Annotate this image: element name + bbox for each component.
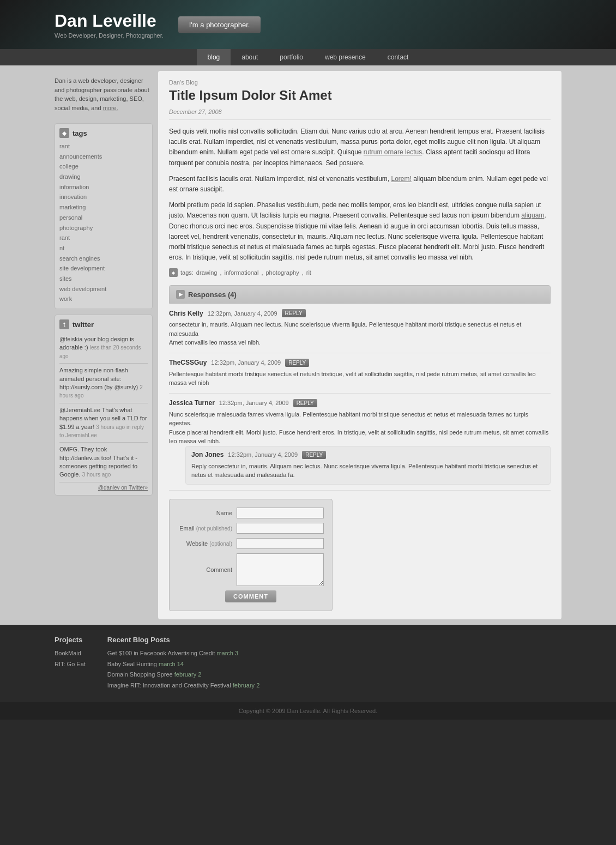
- name-label: Name: [178, 510, 232, 516]
- sidebar: Dan is a web developer, designer and pho…: [55, 71, 153, 619]
- nav-contact[interactable]: contact: [377, 49, 420, 65]
- tweet-1: @feiskia your blog design is adorable :)…: [59, 333, 148, 364]
- comment-submit-button[interactable]: COMMENT: [225, 590, 276, 602]
- tag-work[interactable]: work: [59, 294, 148, 304]
- list-item: innovation: [59, 192, 148, 202]
- list-item: information: [59, 182, 148, 192]
- list-item: site development: [59, 263, 148, 274]
- recent-post-3[interactable]: Domain Shopping Spree february 2: [107, 669, 259, 680]
- sidebar-intro-link[interactable]: more.: [103, 105, 118, 111]
- tweet-4: OMFG. They took http://danlev.us too! Th…: [59, 443, 148, 482]
- list-item: Baby Seal Hunting march 14: [107, 659, 259, 670]
- reply-button-1[interactable]: REPLY: [282, 309, 306, 317]
- tag-personal[interactable]: personal: [59, 213, 148, 223]
- comment-form: Name Email (not published) Website (opti…: [169, 499, 333, 611]
- list-item: announcements: [59, 152, 148, 162]
- tag-drawing[interactable]: drawing: [59, 172, 148, 182]
- tag-drawing-link[interactable]: drawing: [196, 269, 218, 276]
- tag-sites[interactable]: sites: [59, 274, 148, 284]
- comment-2: TheCSSGuy 12:32pm, January 4, 2009 REPLY…: [169, 353, 551, 394]
- tag-rant2[interactable]: rant: [59, 233, 148, 243]
- list-item: sites: [59, 274, 148, 284]
- tag-innovation[interactable]: innovation: [59, 192, 148, 202]
- projects-heading: Projects: [55, 636, 86, 644]
- list-item: rant: [59, 233, 148, 243]
- list-item: Domain Shopping Spree february 2: [107, 669, 259, 680]
- nav-blog[interactable]: blog: [197, 49, 231, 65]
- site-name: Dan Leveille: [55, 11, 156, 31]
- tagline: I'm a photographer.: [178, 16, 261, 33]
- email-label: Email (not published): [178, 525, 232, 532]
- nav-web-presence[interactable]: web presence: [314, 49, 377, 65]
- post-link-lorem[interactable]: Lorem!: [391, 175, 412, 183]
- comment-body-1: consectetur in, mauris. Aliquam nec lect…: [169, 320, 551, 347]
- post-title: Title Ipsum Dolor Sit Amet: [169, 88, 551, 103]
- nav-about[interactable]: about: [231, 49, 269, 65]
- post-link-1[interactable]: rutrum ornare lectus: [364, 148, 422, 156]
- tags-section: ◆ tags rant announcements college drawin…: [55, 123, 153, 309]
- website-input[interactable]: [237, 538, 324, 549]
- comment-4-nested: Jon Jones 12:32pm, January 4, 2009 REPLY…: [185, 446, 551, 485]
- reply-button-2[interactable]: REPLY: [285, 359, 309, 367]
- comment-author-4: Jon Jones: [191, 451, 224, 458]
- list-item: Imagine RIT: Innovation and Creativity F…: [107, 680, 259, 691]
- responses-title: Responses (4): [188, 291, 237, 299]
- post-tags: ◆ tags: drawing, informational, photogra…: [169, 268, 551, 277]
- recent-post-4[interactable]: Imagine RIT: Innovation and Creativity F…: [107, 680, 259, 691]
- comment-time-4: 12:32pm, January 4, 2009: [228, 451, 298, 458]
- tag-search-engines[interactable]: search engines: [59, 254, 148, 264]
- tag-icon-post: ◆: [169, 268, 178, 277]
- tag-college[interactable]: college: [59, 161, 148, 172]
- list-item: nt: [59, 243, 148, 254]
- name-input[interactable]: [237, 508, 324, 518]
- tag-site-development[interactable]: site development: [59, 263, 148, 274]
- comment-author-3: Jessica Turner: [169, 399, 215, 407]
- post-link-aliquam[interactable]: aliquam: [521, 212, 544, 219]
- email-input[interactable]: [237, 523, 324, 534]
- tag-announcements[interactable]: announcements: [59, 152, 148, 162]
- list-item: photography: [59, 223, 148, 233]
- comment-time-1: 12:32pm, January 4, 2009: [208, 310, 277, 317]
- list-item: web development: [59, 284, 148, 294]
- list-item: Get $100 in Facebook Advertising Credit …: [107, 648, 259, 659]
- comment-label: Comment: [178, 566, 232, 573]
- twitter-link[interactable]: @danlev on Twitter»: [59, 485, 148, 491]
- list-item: marketing: [59, 202, 148, 213]
- list-item: drawing: [59, 172, 148, 182]
- comment-3: Jessica Turner 12:32pm, January 4, 2009 …: [169, 394, 551, 491]
- site-header: Dan Leveille Web Developer, Designer, Ph…: [0, 0, 616, 49]
- comment-body-4: Reply consectetur in, mauris. Aliquam ne…: [191, 462, 545, 480]
- twitter-heading: t twitter: [59, 319, 148, 329]
- list-item: personal: [59, 213, 148, 223]
- tag-rant[interactable]: rant: [59, 141, 148, 152]
- twitter-icon: t: [59, 319, 69, 329]
- comment-1: Chris Kelly 12:32pm, January 4, 2009 REP…: [169, 304, 551, 353]
- comment-time-3: 12:32pm, January 4, 2009: [219, 400, 289, 406]
- blog-label: Dan's Blog: [169, 79, 551, 86]
- post-body: Sed quis velit mollis nisl convallis sol…: [169, 126, 551, 263]
- tags-heading: ◆ tags: [59, 128, 148, 138]
- tag-photography-link[interactable]: photography: [266, 269, 299, 276]
- footer-projects: Projects BookMaid RIT: Go Eat: [55, 636, 86, 691]
- tag-icon: ◆: [59, 128, 69, 138]
- comment-textarea[interactable]: [237, 553, 324, 586]
- footer-copyright: Copyright © 2009 Dan Leveille. All Right…: [0, 702, 616, 720]
- recent-post-2[interactable]: Baby Seal Hunting march 14: [107, 659, 259, 670]
- project-rit[interactable]: RIT: Go Eat: [55, 659, 86, 670]
- reply-button-3[interactable]: REPLY: [293, 399, 317, 407]
- main-content: Dan's Blog Title Ipsum Dolor Sit Amet De…: [158, 71, 561, 619]
- reply-button-4[interactable]: REPLY: [302, 451, 326, 459]
- project-bookmaid[interactable]: BookMaid: [55, 648, 86, 659]
- tag-rit-link[interactable]: rit: [306, 269, 311, 276]
- tag-photography[interactable]: photography: [59, 223, 148, 233]
- tag-informational-link[interactable]: informational: [224, 269, 258, 276]
- responses-icon: ▶: [176, 290, 185, 299]
- recent-post-1[interactable]: Get $100 in Facebook Advertising Credit …: [107, 648, 259, 659]
- tag-nt[interactable]: nt: [59, 243, 148, 254]
- tag-list: rant announcements college drawing infor…: [59, 141, 148, 304]
- tag-information[interactable]: information: [59, 182, 148, 192]
- tag-web-development[interactable]: web development: [59, 284, 148, 294]
- tag-marketing[interactable]: marketing: [59, 202, 148, 213]
- nav-portfolio[interactable]: portfolio: [269, 49, 314, 65]
- recent-posts-heading: Recent Blog Posts: [107, 636, 259, 644]
